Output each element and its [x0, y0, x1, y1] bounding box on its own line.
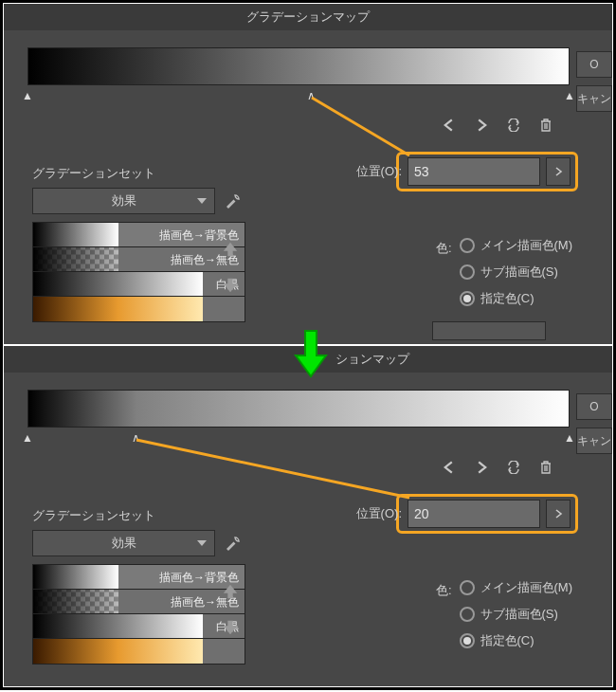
- prev-stop-icon[interactable]: [440, 458, 459, 477]
- preset-label: [203, 297, 245, 321]
- position-input[interactable]: 20: [408, 500, 540, 528]
- preset-swatch: [33, 639, 203, 664]
- trash-icon[interactable]: [536, 116, 555, 135]
- position-input[interactable]: 53: [408, 157, 540, 186]
- radio-main-color[interactable]: メイン描画色(M): [460, 579, 573, 596]
- trash-icon[interactable]: [536, 458, 555, 477]
- gradient-marker-start[interactable]: ▲: [22, 431, 33, 445]
- gradient-marker-mid[interactable]: ∧: [307, 89, 316, 102]
- radio-sub-color[interactable]: サブ描画色(S): [460, 606, 573, 623]
- next-stop-icon[interactable]: [472, 458, 491, 477]
- gradient-preset-item[interactable]: 描画色→無色: [33, 590, 245, 614]
- preset-swatch: [33, 590, 118, 613]
- gradient-set-list: 描画色→背景色 描画色→無色 白黒: [32, 564, 245, 665]
- gradient-map-panel-after: ションマップ ▲ ▲ ∧ O キャン 位置(O): 20 グラデーションセット …: [3, 345, 613, 687]
- gradient-marker-mid[interactable]: ∧: [132, 431, 140, 445]
- preset-swatch: [33, 614, 203, 638]
- ok-button[interactable]: O: [576, 393, 612, 420]
- preset-swatch: [33, 247, 118, 271]
- cancel-button[interactable]: キャン: [576, 428, 612, 454]
- down-arrow-annotation: [292, 327, 330, 380]
- gradient-marker-start[interactable]: ▲: [22, 89, 33, 102]
- svg-line-1: [136, 440, 409, 498]
- radio-specified-color[interactable]: 指定色(C): [460, 290, 573, 307]
- color-swatch-button[interactable]: [432, 321, 546, 340]
- radio-label: サブ描画色(S): [480, 606, 558, 623]
- radio-main-color[interactable]: メイン描画色(M): [460, 237, 573, 254]
- window-title: グラデーションマップ: [4, 4, 612, 30]
- wrench-icon[interactable]: [221, 531, 245, 555]
- radio-label: 指定色(C): [480, 632, 534, 649]
- gradient-map-panel-before: グラデーションマップ ▲ ▲ ∧ O キャン 位置(O): 53 グラデーション…: [3, 3, 613, 345]
- gradient-track[interactable]: [27, 390, 570, 428]
- gradient-set-title: グラデーションセット: [32, 507, 245, 524]
- gradient-preset-item[interactable]: [33, 639, 245, 664]
- svg-line-0: [312, 98, 409, 155]
- position-label: 位置(O):: [356, 163, 402, 180]
- gradient-set-list: 描画色→背景色 描画色→無色 白黒: [32, 222, 245, 322]
- cancel-button[interactable]: キャン: [576, 85, 612, 112]
- move-up-icon[interactable]: [220, 581, 241, 602]
- color-label: 色:: [436, 237, 452, 307]
- gradient-preset-item[interactable]: [33, 297, 245, 321]
- flip-icon[interactable]: [504, 116, 523, 135]
- preset-swatch: [33, 223, 118, 246]
- gradient-track[interactable]: [27, 47, 570, 85]
- gradient-preset-item[interactable]: 白黒: [33, 272, 245, 297]
- prev-stop-icon[interactable]: [440, 116, 459, 135]
- gradient-preset-item[interactable]: 描画色→背景色: [33, 565, 245, 590]
- preset-swatch: [33, 565, 118, 589]
- gradient-preset-item[interactable]: 白黒: [33, 614, 245, 639]
- ok-button[interactable]: O: [576, 51, 612, 78]
- position-stepper[interactable]: [546, 157, 571, 186]
- wrench-icon[interactable]: [221, 189, 245, 213]
- position-stepper[interactable]: [546, 500, 571, 528]
- position-label: 位置(O):: [356, 505, 402, 522]
- gradient-set-group: グラデーションセット 効果 描画色→背景色 描画色→無色 白黒: [32, 507, 245, 665]
- preset-swatch: [33, 297, 203, 321]
- next-stop-icon[interactable]: [472, 116, 491, 135]
- flip-icon[interactable]: [504, 458, 523, 477]
- gradient-preset-item[interactable]: 描画色→無色: [33, 247, 245, 272]
- radio-label: 指定色(C): [480, 290, 534, 307]
- color-label: 色:: [436, 579, 452, 649]
- radio-label: メイン描画色(M): [480, 237, 573, 254]
- move-up-icon[interactable]: [220, 239, 241, 260]
- gradient-preset-item[interactable]: 描画色→背景色: [33, 223, 245, 247]
- gradient-set-dropdown[interactable]: 効果: [32, 188, 215, 214]
- radio-sub-color[interactable]: サブ描画色(S): [460, 264, 573, 281]
- radio-label: サブ描画色(S): [480, 264, 558, 281]
- radio-label: メイン描画色(M): [480, 579, 573, 596]
- gradient-set-title: グラデーションセット: [32, 165, 245, 182]
- move-down-icon[interactable]: [220, 275, 241, 296]
- preset-swatch: [33, 272, 203, 296]
- gradient-marker-end[interactable]: ▲: [564, 431, 575, 445]
- move-down-icon[interactable]: [220, 617, 241, 638]
- gradient-set-group: グラデーションセット 効果 描画色→背景色 描画色→無色 白黒: [32, 165, 245, 322]
- gradient-marker-end[interactable]: ▲: [564, 89, 575, 102]
- preset-label: [203, 639, 245, 664]
- radio-specified-color[interactable]: 指定色(C): [460, 632, 573, 649]
- gradient-set-dropdown[interactable]: 効果: [32, 530, 215, 556]
